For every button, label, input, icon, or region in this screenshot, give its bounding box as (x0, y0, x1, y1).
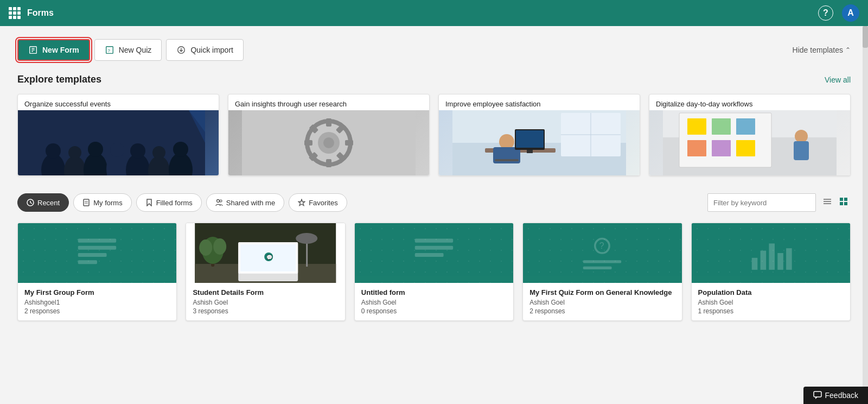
svg-text:?: ? (599, 241, 604, 250)
form-card-4[interactable]: ? My First Quiz Form on General Knowledg… (522, 223, 682, 321)
filter-tab-filled[interactable]: Filled forms (136, 193, 202, 212)
template-card-digital[interactable]: Digitalize day-to-day workflows (649, 94, 851, 176)
template-card-employee[interactable]: Improve employee satisfaction (438, 94, 640, 176)
svg-point-89 (200, 239, 213, 256)
form-card-3[interactable]: Untitled form Ashish Goel 0 responses (354, 223, 514, 321)
templates-section-header: Explore templates View all (17, 74, 851, 85)
toolbar: New Form ? New Quiz Quick import Hide te… (17, 39, 851, 61)
form-responses-3: 0 responses (361, 307, 507, 315)
app-title: Forms (27, 8, 54, 18)
svg-point-43 (499, 134, 514, 149)
svg-point-12 (68, 146, 81, 159)
grid-view-icon (839, 197, 848, 206)
new-quiz-button[interactable]: ? New Quiz (94, 39, 162, 61)
form-author-2: Ashish Goel (193, 299, 338, 306)
forms-grid: My First Group Form Ashishgoel1 2 respon… (17, 223, 851, 321)
form-author-5: Ashish Goel (698, 299, 844, 306)
svg-point-67 (216, 200, 219, 203)
filter-keyword-input[interactable] (707, 193, 816, 212)
form-thumb-1 (18, 223, 176, 283)
svg-rect-47 (527, 150, 533, 153)
templates-grid: Organize successful events (17, 94, 851, 176)
svg-rect-30 (326, 159, 331, 167)
new-quiz-icon: ? (105, 45, 114, 55)
form-responses-2: 3 responses (193, 307, 338, 315)
template-label-research: Gain insights through user research (228, 94, 429, 110)
view-all-link[interactable]: View all (825, 75, 851, 84)
form-responses-5: 1 responses (698, 307, 844, 315)
scroll-thumb[interactable] (863, 26, 868, 48)
form-thumb-4: ? (523, 223, 681, 283)
form-card-2[interactable]: 💬 Student Details Form Ashish Goel 3 res… (186, 223, 345, 321)
help-button[interactable]: ? (818, 5, 833, 21)
list-view-button[interactable] (820, 194, 834, 211)
template-card-events[interactable]: Organize successful events (17, 94, 219, 176)
quick-import-button[interactable]: Quick import (166, 39, 244, 61)
list-view-icon (822, 197, 832, 206)
template-image-events (18, 110, 219, 175)
top-navigation: Forms ? A (0, 0, 868, 26)
svg-rect-53 (712, 118, 731, 135)
form-title-2: Student Details Form (193, 288, 338, 296)
template-label-digital: Digitalize day-to-day workflows (649, 94, 850, 110)
filter-tab-recent[interactable]: Recent (17, 193, 69, 212)
form-author-3: Ashish Goel (361, 299, 507, 306)
avatar[interactable]: A (842, 4, 859, 22)
svg-point-28 (323, 137, 334, 148)
form-title-5: Population Data (698, 288, 844, 296)
svg-rect-79 (78, 253, 107, 257)
template-label-employee: Improve employee satisfaction (439, 94, 640, 110)
form-responses-4: 2 responses (529, 307, 675, 315)
svg-rect-29 (326, 118, 331, 127)
grid-view-button[interactable] (837, 194, 851, 211)
quick-import-icon (176, 45, 186, 55)
chevron-up-icon: ⌃ (845, 46, 851, 54)
svg-point-18 (130, 143, 145, 159)
svg-rect-56 (712, 140, 731, 156)
hide-templates-button[interactable]: Hide templates ⌃ (793, 46, 851, 54)
form-card-body-2: Student Details Form Ashish Goel 3 respo… (186, 283, 344, 320)
people-icon (215, 199, 223, 206)
scrollbar[interactable] (863, 26, 868, 334)
clock-icon (27, 199, 34, 206)
form-card-5[interactable]: Population Data Ashish Goel 1 responses (691, 223, 851, 321)
svg-marker-66 (147, 199, 151, 206)
svg-rect-73 (840, 198, 843, 201)
star-icon (298, 199, 305, 206)
svg-rect-100 (583, 260, 621, 263)
template-image-research (228, 110, 429, 175)
svg-rect-75 (840, 202, 843, 205)
template-image-digital (649, 110, 850, 175)
svg-rect-95 (415, 239, 453, 243)
svg-rect-57 (736, 140, 755, 156)
svg-line-62 (30, 203, 32, 204)
form-card-body-1: My First Group Form Ashishgoel1 2 respon… (18, 283, 176, 320)
form-thumb-2: 💬 (186, 223, 344, 283)
new-form-button[interactable]: New Form (17, 39, 90, 61)
svg-point-22 (173, 142, 188, 157)
svg-rect-78 (78, 246, 116, 250)
svg-rect-31 (304, 140, 312, 146)
bookmark-icon (145, 199, 153, 206)
template-card-research[interactable]: Gain insights through user research (228, 94, 430, 176)
svg-rect-105 (777, 253, 783, 270)
svg-point-68 (220, 200, 222, 202)
filter-tab-myforms[interactable]: My forms (73, 193, 131, 212)
form-author-4: Ashish Goel (529, 299, 675, 306)
form-card-body-3: Untitled form Ashish Goel 0 responses (355, 283, 513, 320)
svg-point-90 (214, 238, 227, 255)
svg-rect-52 (687, 118, 706, 135)
filter-tab-shared[interactable]: Shared with me (206, 193, 284, 212)
form-card-1[interactable]: My First Group Form Ashishgoel1 2 respon… (17, 223, 177, 321)
svg-text:?: ? (107, 48, 110, 53)
svg-rect-97 (415, 253, 444, 257)
svg-rect-106 (786, 248, 792, 270)
svg-rect-103 (760, 251, 766, 270)
svg-rect-74 (844, 198, 847, 201)
waffle-menu-icon[interactable] (9, 7, 21, 19)
form-thumb-3 (355, 223, 513, 283)
filter-tab-favorites[interactable]: Favorites (289, 193, 347, 212)
form-title-1: My First Group Form (24, 288, 170, 296)
svg-point-14 (88, 142, 103, 157)
doc-icon (82, 199, 90, 206)
